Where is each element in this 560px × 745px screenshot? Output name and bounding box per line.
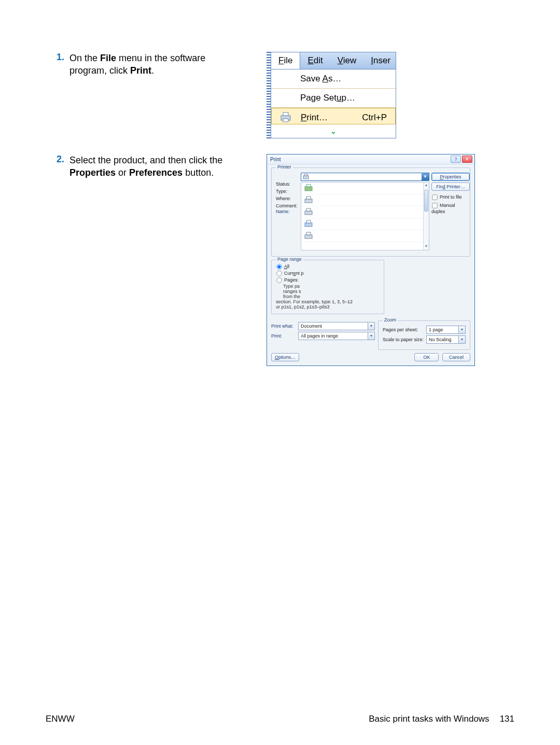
- svg-rect-3: [303, 176, 309, 179]
- print-to-file-checkbox[interactable]: [432, 194, 437, 200]
- options-button[interactable]: Options…: [271, 353, 299, 361]
- ok-button[interactable]: OK: [414, 353, 439, 361]
- svg-rect-8: [306, 196, 311, 199]
- step-number: 2.: [46, 154, 69, 165]
- printer-icon: [303, 219, 315, 229]
- menu-insert[interactable]: Inser: [363, 52, 398, 69]
- scale-label: Scale to paper size:: [383, 337, 426, 342]
- printer-icon: [303, 207, 315, 217]
- range-all-radio[interactable]: [276, 264, 282, 269]
- svg-rect-14: [306, 232, 311, 235]
- svg-rect-9: [305, 211, 312, 215]
- where-label: Where:: [276, 195, 298, 202]
- dialog-titlebar: Print ? ✕: [267, 154, 474, 164]
- svg-rect-2: [283, 119, 288, 122]
- printer-name-select[interactable]: ▼: [301, 173, 429, 181]
- printer-list-scrollbar[interactable]: ▴▾: [423, 182, 429, 250]
- page-range-label: Page range: [276, 257, 303, 262]
- printer-icon: [279, 111, 292, 123]
- svg-rect-11: [305, 223, 312, 227]
- menu-item-print[interactable]: Print…Ctrl+P: [271, 108, 396, 124]
- close-button[interactable]: ✕: [462, 156, 472, 163]
- svg-rect-12: [306, 220, 311, 223]
- step-number: 1.: [46, 52, 69, 63]
- list-item[interactable]: [301, 194, 429, 206]
- pages-per-sheet-label: Pages per sheet:: [383, 327, 426, 332]
- printer-icon: [302, 173, 310, 180]
- print-pages-label: Print:: [271, 333, 298, 339]
- list-item[interactable]: [301, 218, 429, 230]
- status-label: Status:: [276, 180, 298, 188]
- file-menu-figure: FFileile Edit View Inser Save As… Page S…: [267, 52, 396, 138]
- properties-button[interactable]: Properties: [431, 173, 470, 181]
- menu-item-page-setup[interactable]: Page Setup…: [271, 89, 396, 108]
- type-label: Type:: [276, 188, 298, 195]
- scale-select[interactable]: No Scaling▾: [426, 335, 466, 344]
- printer-icon: [303, 195, 315, 205]
- printer-group-label: Printer: [276, 164, 293, 170]
- print-pages-select[interactable]: All pages in range▾: [298, 332, 375, 340]
- name-label: Name:: [276, 209, 301, 214]
- list-item[interactable]: [301, 230, 429, 242]
- svg-rect-5: [305, 187, 312, 191]
- help-button[interactable]: ?: [451, 156, 461, 163]
- printer-icon: [303, 184, 315, 193]
- pages-per-sheet-select[interactable]: 1 page▾: [426, 326, 466, 334]
- menu-view[interactable]: View: [330, 52, 364, 69]
- menu-edit[interactable]: Edit: [300, 52, 330, 69]
- footer-left: ENWW: [46, 714, 75, 724]
- footer-right: Basic print tasks with Windows131: [369, 714, 514, 724]
- menu-item-save-as[interactable]: Save As…: [271, 69, 396, 89]
- print-what-label: Print what:: [271, 324, 298, 329]
- range-current-radio[interactable]: [276, 271, 282, 276]
- print-dialog: Print ? ✕ Printer Name:: [267, 154, 475, 366]
- list-item[interactable]: [301, 206, 429, 218]
- zoom-label: Zoom: [383, 317, 398, 322]
- find-printer-button[interactable]: Find Printer…: [431, 182, 470, 191]
- svg-rect-7: [305, 199, 312, 203]
- svg-rect-6: [306, 185, 311, 187]
- svg-rect-13: [305, 235, 312, 238]
- menu-file[interactable]: FFileile: [271, 52, 300, 69]
- cancel-button[interactable]: Cancel: [442, 353, 470, 361]
- printer-icon: [303, 231, 315, 241]
- svg-rect-10: [306, 208, 311, 211]
- svg-rect-1: [283, 113, 288, 116]
- list-item[interactable]: [301, 182, 429, 194]
- svg-rect-4: [304, 174, 307, 176]
- range-pages-radio[interactable]: [276, 277, 282, 283]
- step-2-text: Select the product, and then click the P…: [69, 154, 235, 179]
- menu-bar: FFileile Edit View Inser: [271, 52, 396, 69]
- manual-duplex-checkbox[interactable]: [432, 203, 437, 208]
- comment-label: Comment:: [276, 202, 298, 209]
- step-1-text: On the File menu in the software program…: [69, 52, 235, 77]
- print-what-select[interactable]: Document▾: [298, 322, 375, 330]
- menu-expand-icon[interactable]: ⌄: [271, 124, 396, 138]
